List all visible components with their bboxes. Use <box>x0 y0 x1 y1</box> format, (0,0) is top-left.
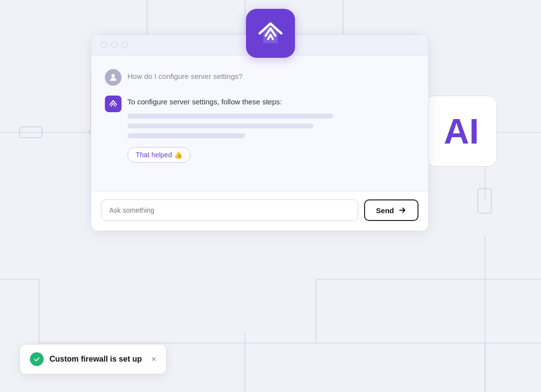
toast-success-icon <box>30 352 44 366</box>
skeleton-line-3 <box>127 133 245 138</box>
traffic-light-2[interactable] <box>111 42 118 48</box>
send-button-label: Send <box>376 206 394 215</box>
ai-badge: AI <box>426 96 497 167</box>
app-icon <box>246 9 295 58</box>
skeleton-lines <box>127 114 333 138</box>
traffic-light-3[interactable] <box>122 42 128 48</box>
helped-button[interactable]: That helped 👍 <box>127 147 191 163</box>
chat-window: How do I configure server settings? To c… <box>91 34 429 231</box>
send-button[interactable]: Send <box>364 199 418 221</box>
ai-response-text: To configure server settings, follow the… <box>127 98 333 106</box>
toast-notification: Custom firewall is set up × <box>20 344 167 374</box>
user-avatar <box>105 69 122 86</box>
input-area: Send <box>91 191 428 231</box>
chat-input[interactable] <box>101 199 358 221</box>
toast-message: Custom firewall is set up <box>49 355 145 364</box>
send-icon <box>398 206 407 215</box>
ai-avatar <box>105 96 122 112</box>
user-message-text: How do I configure server settings? <box>127 69 243 80</box>
ai-badge-text: AI <box>444 114 479 149</box>
svg-point-23 <box>112 74 115 77</box>
traffic-light-1[interactable] <box>101 42 107 48</box>
skeleton-line-1 <box>127 114 333 119</box>
svg-rect-10 <box>478 189 492 213</box>
user-message: How do I configure server settings? <box>105 69 415 86</box>
checkmark-icon <box>33 355 41 363</box>
toast-close-button[interactable]: × <box>151 355 156 364</box>
ai-response: To configure server settings, follow the… <box>127 96 333 172</box>
ai-message: To configure server settings, follow the… <box>105 96 415 172</box>
chat-content: How do I configure server settings? To c… <box>91 55 428 191</box>
skeleton-line-2 <box>127 123 314 128</box>
